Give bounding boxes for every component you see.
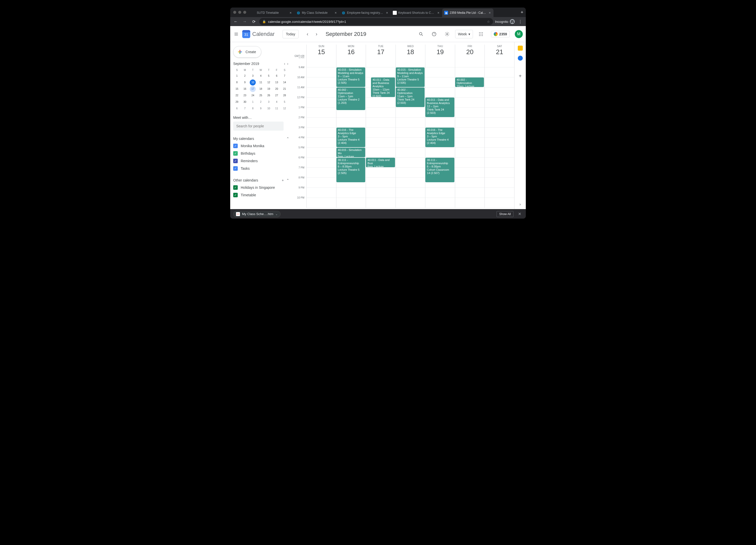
mini-day[interactable]: 12 [282,105,288,111]
keep-icon[interactable] [518,46,523,51]
account-avatar[interactable]: M [515,30,523,38]
apps-button[interactable] [476,29,486,39]
org-badge[interactable]: 2359 [491,31,510,37]
main-menu-button[interactable] [233,31,239,37]
addons-button[interactable]: + [519,73,522,79]
mini-day[interactable]: 12 [266,79,272,85]
tasks-icon[interactable] [518,56,523,61]
mini-day[interactable]: 9 [258,105,264,111]
calendar-event[interactable]: 30.111 - Entrepreneurship6 – 8:30pmLectu… [336,158,365,182]
browser-menu-button[interactable]: ⋮ [517,19,524,24]
mini-day[interactable]: 24 [250,92,256,98]
mini-day[interactable]: 7 [242,105,248,111]
calendar-event[interactable]: 40.015 - Simulation Mo5pm, Lecture Theat… [336,148,365,157]
mini-day[interactable]: 23 [242,92,248,98]
day-header[interactable]: WED 18 [396,45,425,57]
mini-day[interactable]: 29 [234,99,240,105]
mini-day[interactable]: 1 [250,99,256,105]
mini-day[interactable]: 20 [274,86,280,92]
mini-day[interactable]: 30 [242,99,248,105]
mini-day[interactable]: 7 [282,73,288,79]
close-tab-button[interactable]: × [488,11,491,15]
day-column[interactable]: 40.011 - Data and Business Analytics12 –… [425,57,455,208]
new-tab-button[interactable]: + [518,10,526,15]
reload-button[interactable]: ⟳ [250,19,257,24]
mini-day[interactable]: 10 [250,79,256,85]
today-button[interactable]: Today [283,30,298,38]
create-button[interactable]: Create [233,46,261,58]
mini-day[interactable]: 4 [258,73,264,79]
close-tab-button[interactable]: × [334,11,337,15]
view-switcher[interactable]: Week ▾ [455,30,473,38]
day-header[interactable]: MON 16 [336,45,366,57]
calendar-event[interactable]: 40.002 - Optimization11am – 1pmLecture T… [336,87,365,110]
mini-day[interactable]: 11 [258,79,264,85]
forward-button[interactable]: → [241,19,248,24]
mini-day[interactable]: 6 [274,73,280,79]
calendar-event[interactable]: 40.011 - Data and Business Analytics12 –… [425,97,454,117]
close-tab-button[interactable]: × [437,11,440,15]
mini-day[interactable]: 3 [250,73,256,79]
calendar-toggle-item[interactable]: ✓ Reminders [233,157,289,165]
address-bar[interactable]: 🔒 calendar.google.com/calendar/r/week/20… [259,18,493,25]
close-tab-button[interactable]: × [289,11,292,15]
mini-day[interactable]: 25 [258,92,264,98]
mini-day[interactable]: 14 [282,79,288,85]
bookmark-star-icon[interactable]: ☆ [487,20,490,24]
calendar-event[interactable]: 40.011 - Data and Business Analytics10am… [371,77,395,97]
download-chip[interactable]: <> My Class Sche….htm ⌄ [233,211,281,217]
calendar-event[interactable]: 40.015 - Simulation Modeling and Analys9… [336,67,365,87]
mini-day[interactable]: 28 [282,92,288,98]
calendar-toggle-item[interactable]: ✓ Holidays in Singapore [233,184,289,191]
calendar-toggle-item[interactable]: ✓ Monika Monika [233,142,289,150]
mini-day[interactable]: 3 [266,99,272,105]
day-column[interactable] [484,57,514,208]
browser-tab[interactable]: 🌐 My Class Schedule × [294,9,339,17]
day-header[interactable]: FRI 20 [455,45,485,57]
calendar-event[interactable]: 40.002 - Optimization10am, Lecture Theat… [455,77,484,87]
my-calendars-header[interactable]: My calendars ⌃ [233,135,289,142]
mini-day[interactable]: 9 [242,79,248,85]
mini-day[interactable]: 2 [242,73,248,79]
day-column[interactable] [306,57,336,208]
browser-tab[interactable]: 🌐 Employee-facing registry conte × [339,9,391,17]
mini-day[interactable]: 18 [258,86,264,92]
calendar-event[interactable]: 40.016 - The Analytics Edge3 – 5pmLectur… [336,128,365,147]
day-column[interactable]: 40.015 - Simulation Modeling and Analys9… [396,57,425,208]
mini-day[interactable]: 22 [234,92,240,98]
traffic-close[interactable] [233,11,236,14]
mini-day[interactable]: 5 [266,73,272,79]
collapse-panel-button[interactable]: › [520,202,521,206]
mini-day[interactable]: 11 [274,105,280,111]
browser-tab[interactable]: SUTD Timetable × [249,9,294,17]
mini-day[interactable]: 16 [242,86,248,92]
day-column[interactable]: 40.015 - Simulation Modeling and Analys9… [336,57,366,208]
back-button[interactable]: ← [232,19,239,24]
mini-day[interactable]: 4 [274,99,280,105]
help-button[interactable]: ? [429,29,439,39]
next-week-button[interactable]: › [313,30,321,38]
mini-day[interactable]: 17 [250,86,256,92]
traffic-max[interactable] [243,11,246,14]
search-people-input[interactable] [233,122,284,131]
mini-day[interactable]: 5 [282,99,288,105]
calendar-event[interactable]: 40.002 - Optimization11am – 1pmThink Tan… [396,87,425,107]
mini-day[interactable]: 13 [274,79,280,85]
mini-day[interactable]: 6 [234,105,240,111]
prev-week-button[interactable]: ‹ [304,30,312,38]
browser-tab[interactable]: Keyboard Shortcuts to Capture × [391,9,442,17]
search-button[interactable] [416,29,426,39]
mini-day[interactable]: 27 [274,92,280,98]
calendar-event[interactable]: 40.011 - Data and Busi6pm, Lecture Theat… [366,158,395,167]
mini-day[interactable]: 19 [266,86,272,92]
browser-tab[interactable]: ▦ 2359 Media Pte Ltd - Calendar × [442,9,493,17]
close-download-bar-button[interactable]: ✕ [517,211,523,216]
day-header[interactable]: THU 19 [425,45,455,57]
mini-day[interactable]: 8 [234,79,240,85]
settings-button[interactable] [442,29,452,39]
calendar-toggle-item[interactable]: ✓ Birthdays [233,150,289,157]
day-column[interactable]: 40.011 - Data and Business Analytics10am… [366,57,396,208]
day-header[interactable]: SUN 15 [306,45,336,57]
calendar-event[interactable]: 40.016 - The Analytics Edge3 – 5pmLectur… [425,128,454,147]
show-all-downloads-button[interactable]: Show All [496,211,514,217]
